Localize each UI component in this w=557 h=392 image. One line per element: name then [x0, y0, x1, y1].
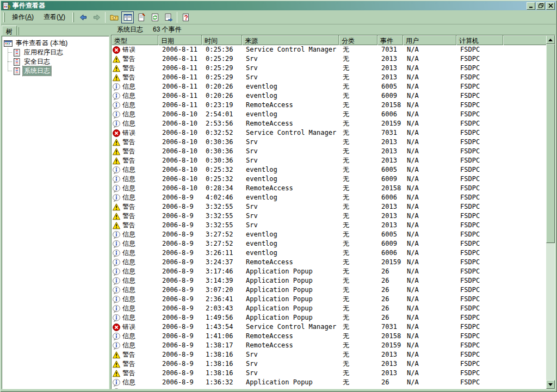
event-row[interactable] [112, 387, 546, 389]
event-row[interactable]: 警告2006-8-110:25:29Srv无2013N/AFSDPC [112, 73, 546, 82]
event-row[interactable]: 信息2006-8-100:25:32eventlog无6009N/AFSDPC [112, 175, 546, 184]
tree-tab[interactable]: 树 [2, 26, 17, 35]
event-row[interactable]: 信息2006-8-92:36:41Application Popup无26N/A… [112, 295, 546, 304]
menu-action[interactable]: 操作(A) [7, 11, 39, 23]
column-header-computer[interactable]: 计算机 [456, 35, 503, 45]
event-row[interactable]: 信息2006-8-91:49:56Application Popup无26N/A… [112, 313, 546, 322]
event-row[interactable]: 错误2006-8-91:43:54Service Control Manager… [112, 322, 546, 332]
event-row[interactable]: 信息2006-8-93:26:11eventlog无6006N/AFSDPC [112, 248, 546, 258]
properties-button[interactable] [135, 11, 147, 23]
cell-category: 无 [339, 359, 377, 369]
event-row[interactable]: 信息2006-8-91:38:17RemoteAccess无20159N/AFS… [112, 341, 546, 350]
cell-category: 无 [339, 147, 377, 156]
vertical-scrollbar[interactable] [546, 35, 555, 389]
event-row[interactable]: 警告2006-8-100:30:36Srv无2013N/AFSDPC [112, 147, 546, 156]
tree-item-application-log[interactable]: 应用程序日志 [13, 48, 64, 57]
cell-time: 0:25:29 [202, 54, 242, 64]
event-row[interactable]: 信息2006-8-102:53:56RemoteAccess无20159N/AF… [112, 119, 546, 128]
event-row[interactable]: 信息2006-8-102:54:01eventlog无6006N/AFSDPC [112, 110, 546, 119]
cell-event: 7031 [377, 128, 403, 138]
cell-time: 0:25:32 [202, 175, 242, 184]
type-label: 信息 [122, 295, 135, 304]
refresh-button[interactable] [148, 11, 161, 23]
event-row[interactable]: 信息2006-8-93:27:52eventlog无6009N/AFSDPC [112, 239, 546, 248]
event-row[interactable]: 警告2006-8-93:32:55Srv无2013N/AFSDPC [112, 202, 546, 211]
event-row[interactable]: 信息2006-8-93:14:39Application Popup无26N/A… [112, 276, 546, 285]
column-header-event[interactable]: 事件 [377, 35, 403, 45]
event-row[interactable]: 信息2006-8-91:36:32Application Popup无26N/A… [112, 378, 546, 387]
event-row[interactable]: 信息2006-8-110:20:26eventlog无6009N/AFSDPC [112, 91, 546, 101]
cell-event: 20158 [377, 332, 403, 341]
cell-type: 信息 [112, 165, 158, 175]
info-icon [113, 342, 120, 350]
forward-arrow-button[interactable] [90, 11, 103, 23]
column-header-source[interactable]: 来源 [242, 35, 339, 45]
scrollbar-thumb[interactable] [546, 44, 555, 243]
event-row[interactable]: 警告2006-8-91:38:16Srv无2013N/AFSDPC [112, 359, 546, 369]
column-header-date[interactable]: 日期 [158, 35, 202, 45]
show-tree-button[interactable] [121, 11, 134, 23]
cell-computer: FSDPC [456, 378, 503, 387]
event-row[interactable]: 警告2006-8-93:32:55Srv无2013N/AFSDPC [112, 221, 546, 230]
cell-event: 20158 [377, 101, 403, 110]
event-row[interactable]: 信息2006-8-92:03:43Application Popup无26N/A… [112, 304, 546, 313]
event-row[interactable]: 警告2006-8-110:25:29Srv无2013N/AFSDPC [112, 64, 546, 73]
event-row[interactable]: 警告2006-8-93:32:55Srv无2013N/AFSDPC [112, 211, 546, 221]
toolbar-grip[interactable] [72, 13, 74, 22]
column-header-time[interactable]: 时间 [202, 35, 242, 45]
tree-item-security-log[interactable]: 安全日志 [13, 57, 51, 66]
event-row[interactable]: 信息2006-8-93:17:46Application Popup无26N/A… [112, 267, 546, 276]
event-row[interactable]: 警告2006-8-91:38:16Srv无2013N/AFSDPC [112, 369, 546, 378]
cell-source: Application Popup [242, 378, 339, 387]
event-row[interactable]: 警告2006-8-110:25:29Srv无2013N/AFSDPC [112, 54, 546, 64]
close-button[interactable] [546, 2, 555, 10]
event-row[interactable]: 错误2006-8-110:25:36Service Control Manage… [112, 45, 546, 54]
event-row[interactable]: 信息2006-8-94:02:46eventlog无6006N/AFSDPC [112, 193, 546, 202]
up-folder-button[interactable] [108, 11, 120, 23]
column-header-category[interactable]: 分类 [339, 35, 377, 45]
column-header-filler[interactable] [503, 35, 546, 45]
event-row[interactable]: 信息2006-8-110:20:26eventlog无6005N/AFSDPC [112, 82, 546, 91]
event-row[interactable]: 信息2006-8-93:27:52eventlog无6005N/AFSDPC [112, 230, 546, 239]
toolbar-grip[interactable] [3, 13, 5, 22]
cell-date: 2006-8-10 [158, 128, 202, 138]
event-row[interactable]: 警告2006-8-100:30:36Srv无2013N/AFSDPC [112, 156, 546, 165]
cell-computer: FSDPC [456, 193, 503, 202]
event-row[interactable]: 信息2006-8-100:25:32eventlog无6005N/AFSDPC [112, 165, 546, 175]
warning-icon [113, 148, 120, 155]
cell-category: 无 [339, 295, 377, 304]
cell-user [403, 387, 456, 389]
cell-type: 警告 [112, 350, 158, 359]
event-row[interactable]: 信息2006-8-100:28:34RemoteAccess无20158N/AF… [112, 184, 546, 193]
tree-root-item[interactable]: 事件查看器 (本地) [4, 39, 69, 48]
restore-button[interactable] [536, 2, 545, 10]
back-arrow-button[interactable] [77, 11, 89, 23]
cell-time: 3:32:55 [202, 202, 242, 211]
event-row[interactable]: 信息2006-8-91:41:06RemoteAccess无20158N/AFS… [112, 332, 546, 341]
event-row[interactable]: 信息2006-8-110:23:19RemoteAccess无20158N/AF… [112, 101, 546, 110]
cell-user: N/A [403, 101, 456, 110]
event-row[interactable]: 信息2006-8-93:24:37RemoteAccess无20159N/AFS… [112, 258, 546, 267]
minimize-button[interactable] [527, 2, 535, 10]
column-header-type[interactable]: 类型 [112, 35, 158, 45]
event-row[interactable]: 警告2006-8-91:38:16Srv无2013N/AFSDPC [112, 350, 546, 359]
tree-item-system-log[interactable]: 系统日志 [13, 66, 51, 76]
type-label: 警告 [122, 156, 135, 165]
event-row[interactable]: 错误2006-8-100:32:52Service Control Manage… [112, 128, 546, 138]
cell-time: 3:07:20 [202, 285, 242, 295]
scroll-up-button[interactable] [546, 35, 555, 44]
event-row[interactable]: 信息2006-8-93:07:20Application Popup无26N/A… [112, 285, 546, 295]
scroll-down-button[interactable] [546, 380, 555, 389]
info-icon [113, 277, 120, 285]
cell-user: N/A [403, 267, 456, 276]
event-row[interactable]: 警告2006-8-100:30:36Srv无2013N/AFSDPC [112, 138, 546, 147]
type-label: 警告 [122, 73, 135, 82]
column-header-user[interactable]: 用户 [403, 35, 456, 45]
export-list-button[interactable] [162, 11, 175, 23]
help-button[interactable]: ? [180, 11, 192, 23]
cell-user: N/A [403, 258, 456, 267]
menu-view[interactable]: 查看(V) [39, 11, 70, 23]
cell-computer: FSDPC [456, 73, 503, 82]
cell-category: 无 [339, 193, 377, 202]
cell-type: 信息 [112, 341, 158, 350]
